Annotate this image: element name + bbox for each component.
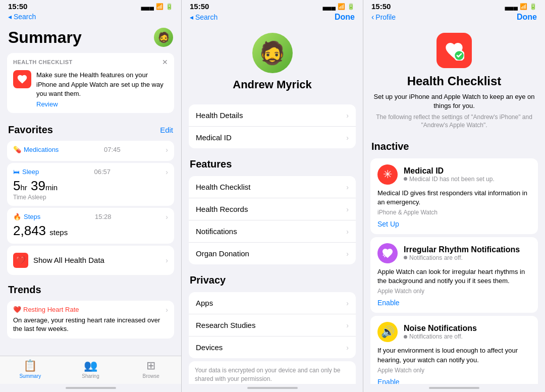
sleep-time: 06:57 xyxy=(94,168,111,176)
summary-header: Summary 🧔 xyxy=(0,24,181,49)
medical-id-text: Medical ID Medical ID has not been set u… xyxy=(404,166,495,183)
status-time-3: 15:50 xyxy=(371,2,391,11)
notifications-label: Notifications xyxy=(196,227,237,236)
steps-value: 2,843 steps xyxy=(13,223,68,238)
apps-chevron: › xyxy=(346,299,349,307)
privacy-note-block: Your data is encrypted on your device an… xyxy=(189,361,356,384)
medical-id-row[interactable]: Medical ID › xyxy=(189,127,356,148)
health-checklist-label: Health Checklist xyxy=(196,183,250,191)
health-details-chevron: › xyxy=(346,111,349,120)
medical-id-chevron: › xyxy=(346,134,349,142)
battery-icon-2: 🔋 xyxy=(347,3,355,10)
done-button-2[interactable]: Done xyxy=(335,13,355,22)
features-group: Health Checklist › Health Records › Noti… xyxy=(189,176,356,264)
notifications-row[interactable]: Notifications › xyxy=(189,220,356,243)
medical-id-setup-button[interactable]: Set Up xyxy=(377,220,531,228)
summary-scroll[interactable]: Summary 🧔 HEALTH CHECKLIST ✕ Make sure t… xyxy=(0,24,181,356)
research-studies-row[interactable]: Research Studies › xyxy=(189,314,356,337)
privacy-note-text: Your data is encrypted on your device an… xyxy=(195,366,350,383)
irregular-rhythm-ci-title: Irregular Rhythm Notifications xyxy=(404,245,520,254)
steps-label: 🔥 Steps xyxy=(13,213,40,220)
irregular-rhythm-desc: Apple Watch can look for irregular heart… xyxy=(377,267,531,286)
sleep-label: 🛏 Sleep xyxy=(13,168,39,176)
apps-row[interactable]: Apps › xyxy=(189,292,356,314)
irregular-rhythm-enable-button[interactable]: Enable xyxy=(377,299,531,307)
health-details-group: Health Details › Medical ID › xyxy=(189,104,356,148)
medical-id-label: Medical ID xyxy=(196,133,232,142)
organ-donation-row[interactable]: Organ Donation › xyxy=(189,243,356,264)
wifi-icon-2: 📶 xyxy=(338,3,345,10)
status-time-2: 15:50 xyxy=(190,2,209,11)
profile-info: 🧔 Andrew Myrick xyxy=(182,25,363,101)
noise-status: Notifications are off. xyxy=(404,333,477,340)
back-profile-button[interactable]: ‹ Profile xyxy=(371,13,396,22)
inactive-header: Inactive xyxy=(363,136,545,155)
favorites-medications[interactable]: 💊 Medications 07:45 › xyxy=(7,141,174,161)
checklist-panel-title: Health Checklist xyxy=(407,74,502,88)
noise-checklist-item: 🔊 Noise Notifications Notifications are … xyxy=(370,316,538,384)
irregular-rhythm-icon xyxy=(377,243,398,263)
medical-id-device: iPhone & Apple Watch xyxy=(377,209,531,216)
medications-time: 07:45 xyxy=(104,146,121,153)
tab-summary[interactable]: 📋 Summary xyxy=(0,359,61,379)
profile-avatar: 🧔 xyxy=(252,33,293,73)
checklist-text-block: Make sure the Health features on your iP… xyxy=(36,70,168,108)
show-all-health-data[interactable]: ❤️ Show All Health Data › xyxy=(7,246,174,275)
summary-tab-label: Summary xyxy=(19,373,41,379)
wifi-icon: 📶 xyxy=(156,3,164,10)
favorites-sleep[interactable]: 🛏 Sleep 06:57 › 5hr 39min Time Asleep xyxy=(7,163,174,206)
health-records-chevron: › xyxy=(346,205,349,213)
health-checklist-chevron: › xyxy=(346,183,349,191)
research-studies-chevron: › xyxy=(346,321,349,329)
health-checklist-row[interactable]: Health Checklist › xyxy=(189,176,356,198)
battery-icon-3: 🔋 xyxy=(529,3,537,10)
favorites-edit-button[interactable]: Edit xyxy=(160,126,173,134)
favorites-section-header: Favorites Edit xyxy=(0,117,181,139)
noise-enable-button[interactable]: Enable xyxy=(377,378,531,384)
trends-resting-heart-rate[interactable]: ❤️ Resting Heart Rate › On average, your… xyxy=(7,301,174,339)
home-indicator-1 xyxy=(0,384,181,392)
status-time-1: 15:50 xyxy=(8,2,27,11)
signal-icon-2: ▄▄▄ xyxy=(322,3,336,10)
signal-icon-3: ▄▄▄ xyxy=(505,3,518,10)
medical-id-ci-header: ✳ Medical ID Medical ID has not been set… xyxy=(377,164,531,185)
done-button-3[interactable]: Done xyxy=(517,13,537,22)
health-records-label: Health Records xyxy=(196,205,248,213)
wifi-icon-3: 📶 xyxy=(520,3,527,10)
tab-sharing[interactable]: 👥 Sharing xyxy=(61,359,121,379)
tab-browse[interactable]: ⊞ Browse xyxy=(121,359,181,379)
health-details-label: Health Details xyxy=(196,111,243,120)
checklist-review-link[interactable]: Review xyxy=(36,100,168,108)
irregular-rhythm-text: Irregular Rhythm Notifications Notificat… xyxy=(404,245,520,261)
medical-id-status: Medical ID has not been set up. xyxy=(404,176,495,183)
checklist-scroll[interactable]: Health Checklist Set up your iPhone and … xyxy=(363,25,545,384)
trends-heart-rate-label: ❤️ Resting Heart Rate xyxy=(13,306,79,313)
noise-device: Apple Watch only xyxy=(377,367,531,374)
status-bar-2: 15:50 ▄▄▄ 📶 🔋 xyxy=(182,0,363,12)
health-records-row[interactable]: Health Records › xyxy=(189,198,356,220)
trends-item-header: ❤️ Resting Heart Rate › xyxy=(13,306,168,314)
features-section-label: Features xyxy=(182,151,363,173)
research-studies-label: Research Studies xyxy=(196,321,255,329)
noise-ci-title: Noise Notifications xyxy=(404,324,477,333)
notifications-chevron: › xyxy=(346,228,349,236)
checklist-body: Make sure the Health features on your iP… xyxy=(13,70,168,108)
trends-description: On average, your resting heart rate incr… xyxy=(13,316,168,333)
devices-row[interactable]: Devices › xyxy=(189,337,356,358)
favorites-steps[interactable]: 🔥 Steps 15:28 › 2,843 steps xyxy=(7,208,174,244)
irregular-rhythm-checklist-item: Irregular Rhythm Notifications Notificat… xyxy=(370,237,538,313)
back-search-button-1[interactable]: ◂ Search xyxy=(8,13,36,21)
back-search-button-2[interactable]: ◂ Search xyxy=(190,13,217,21)
summary-tab-icon: 📋 xyxy=(23,359,37,372)
noise-text: Noise Notifications Notifications are of… xyxy=(404,324,477,340)
avatar[interactable]: 🧔 xyxy=(154,28,173,47)
profile-scroll[interactable]: 🧔 Andrew Myrick Health Details › Medical… xyxy=(182,25,363,384)
status-icons-3: ▄▄▄ 📶 🔋 xyxy=(505,3,537,10)
devices-label: Devices xyxy=(196,343,223,352)
profile-name: Andrew Myrick xyxy=(233,78,312,91)
checklist-panel-subtitle: Set up your iPhone and Apple Watch to ke… xyxy=(373,92,535,110)
health-details-row[interactable]: Health Details › xyxy=(189,104,356,127)
checklist-close-button[interactable]: ✕ xyxy=(162,58,168,66)
medications-chevron: › xyxy=(166,146,168,154)
irregular-rhythm-device: Apple Watch only xyxy=(377,288,531,295)
